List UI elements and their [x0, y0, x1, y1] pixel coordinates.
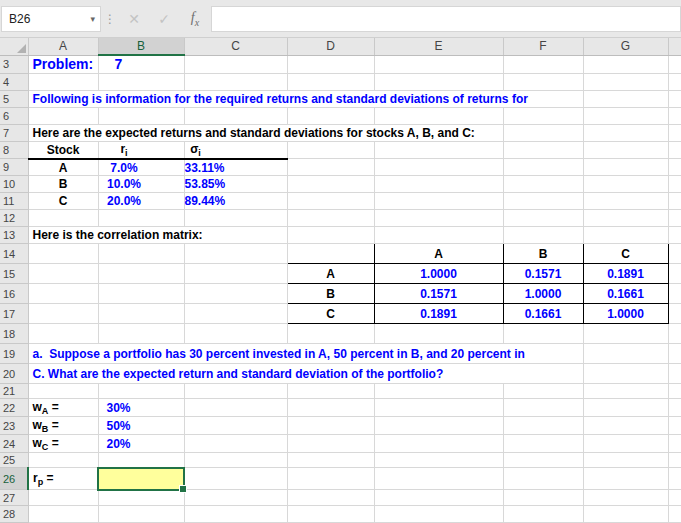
col-header-e[interactable]: E	[374, 38, 503, 55]
cell[interactable]	[184, 490, 287, 506]
cell-b23-weight-b-value[interactable]: 50%	[98, 417, 184, 435]
cell[interactable]	[374, 210, 503, 227]
cell[interactable]	[287, 468, 374, 490]
cell[interactable]	[184, 399, 287, 417]
cell[interactable]	[287, 490, 374, 506]
cell[interactable]	[668, 90, 681, 107]
row-header-6[interactable]: 6	[0, 107, 28, 124]
cell[interactable]	[503, 210, 583, 227]
cell[interactable]	[374, 73, 503, 90]
cell[interactable]	[28, 264, 98, 284]
matrix-cell-bb[interactable]: 1.0000	[503, 284, 583, 304]
cell[interactable]	[668, 210, 681, 227]
cell[interactable]	[184, 55, 287, 73]
cell[interactable]	[503, 107, 583, 124]
cell[interactable]	[184, 244, 287, 264]
cell-a13-text[interactable]: Here is the correlation matrix:	[28, 227, 287, 244]
cell[interactable]	[668, 506, 681, 523]
cell[interactable]	[287, 73, 374, 90]
cell-a7-text[interactable]: Here are the expected returns and standa…	[28, 124, 503, 141]
row-header-17[interactable]: 17	[0, 304, 28, 324]
cell[interactable]	[374, 399, 503, 417]
cell-a23-weight-b-label[interactable]: wB =	[28, 417, 98, 435]
matrix-cell-bc[interactable]: 0.1661	[583, 284, 668, 304]
matrix-col-header-a[interactable]: A	[374, 244, 503, 264]
cell-a5-text[interactable]: Following is information for the require…	[28, 90, 583, 107]
cell[interactable]	[287, 453, 374, 468]
cell[interactable]	[287, 176, 374, 193]
cell-a24-weight-c-label[interactable]: wC =	[28, 435, 98, 453]
cell[interactable]	[668, 399, 681, 417]
cell[interactable]	[668, 107, 681, 124]
cell[interactable]	[374, 55, 503, 73]
cell[interactable]	[374, 384, 503, 399]
cell[interactable]	[668, 264, 681, 284]
cell[interactable]	[98, 304, 184, 324]
cell[interactable]	[583, 176, 668, 193]
cell[interactable]	[583, 55, 668, 73]
cell[interactable]	[668, 141, 681, 159]
cell[interactable]	[374, 417, 503, 435]
matrix-row-label-c[interactable]: C	[287, 304, 374, 324]
selected-cell-b26[interactable]	[98, 468, 184, 490]
cell-c8-sigma-header[interactable]: σi	[184, 141, 287, 159]
cell[interactable]	[503, 490, 583, 506]
cell[interactable]	[184, 435, 287, 453]
cell[interactable]	[374, 324, 503, 344]
cell[interactable]	[98, 107, 184, 124]
name-box-caret-icon[interactable]: ▾	[90, 14, 95, 24]
col-header-b[interactable]: B	[98, 38, 184, 55]
cell[interactable]	[374, 506, 503, 523]
col-header-c[interactable]: C	[184, 38, 287, 55]
cell[interactable]	[287, 324, 374, 344]
matrix-cell-ba[interactable]: 0.1571	[374, 284, 503, 304]
cell-b22-weight-a-value[interactable]: 30%	[98, 399, 184, 417]
cell[interactable]	[184, 73, 287, 90]
cell[interactable]	[503, 384, 583, 399]
cell-b10-return[interactable]: 10.0%	[98, 176, 184, 193]
cell[interactable]	[583, 107, 668, 124]
cell[interactable]	[374, 468, 503, 490]
row-header-9[interactable]: 9	[0, 159, 28, 176]
cell[interactable]	[503, 193, 583, 210]
cell-b8-return-header[interactable]: ri	[98, 141, 184, 159]
row-header-15[interactable]: 15	[0, 264, 28, 284]
cell[interactable]	[668, 490, 681, 506]
matrix-cell-cc[interactable]: 1.0000	[583, 304, 668, 324]
row-header-19[interactable]: 19	[0, 344, 28, 364]
name-box[interactable]: B26 ▾	[1, 6, 101, 32]
cell[interactable]	[668, 227, 681, 244]
select-all-corner[interactable]	[0, 38, 28, 55]
cell[interactable]	[287, 506, 374, 523]
cell[interactable]	[583, 124, 668, 141]
cell[interactable]	[668, 159, 681, 176]
cell[interactable]	[374, 176, 503, 193]
cell[interactable]	[98, 264, 184, 284]
row-header-23[interactable]: 23	[0, 417, 28, 435]
matrix-col-header-b[interactable]: B	[503, 244, 583, 264]
cell[interactable]	[503, 506, 583, 523]
cell-a10-stock[interactable]: B	[28, 176, 98, 193]
col-header-a[interactable]: A	[28, 38, 98, 55]
cell[interactable]	[287, 399, 374, 417]
row-header-13[interactable]: 13	[0, 227, 28, 244]
cell[interactable]	[98, 453, 184, 468]
cell[interactable]	[98, 210, 184, 227]
cell[interactable]	[28, 244, 98, 264]
cell-a3-problem-label[interactable]: Problem:	[28, 55, 98, 73]
cell[interactable]	[503, 73, 583, 90]
cell[interactable]	[28, 490, 98, 506]
cell[interactable]	[28, 506, 98, 523]
cell[interactable]	[374, 227, 503, 244]
row-header-27[interactable]: 27	[0, 490, 28, 506]
cell[interactable]	[503, 124, 583, 141]
cell[interactable]	[28, 284, 98, 304]
cell[interactable]	[184, 468, 287, 490]
col-header-g[interactable]: G	[583, 38, 668, 55]
matrix-cell-ab[interactable]: 0.1571	[503, 264, 583, 284]
cell[interactable]	[503, 159, 583, 176]
cell[interactable]	[287, 107, 374, 124]
cell[interactable]	[503, 55, 583, 73]
cell[interactable]	[583, 193, 668, 210]
confirm-icon[interactable]: ✓	[149, 11, 179, 27]
